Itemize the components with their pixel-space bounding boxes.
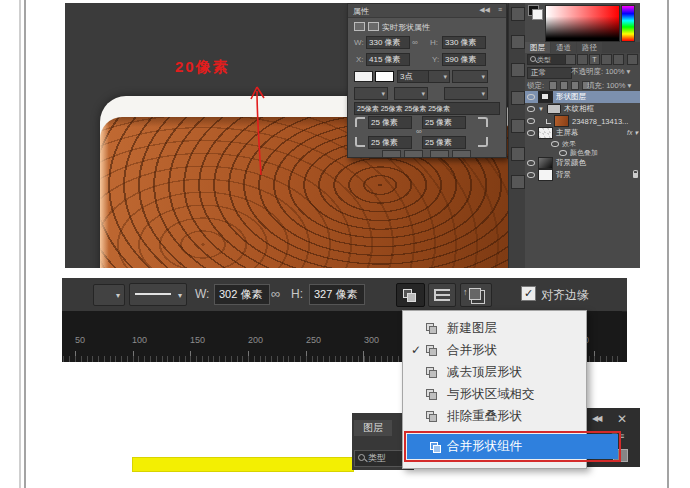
layer-row[interactable]: ▼ 效果 fx ▾: [525, 139, 640, 148]
filter-smartobject-icon[interactable]: [613, 54, 624, 65]
menu-item-label: 排除重叠形状: [447, 409, 522, 423]
layer-thumbnail[interactable]: [547, 104, 561, 114]
props-button-1[interactable]: [382, 150, 401, 158]
layer-thumbnail[interactable]: [538, 169, 553, 181]
path-alignment-button[interactable]: [428, 283, 456, 307]
filter-type-icon[interactable]: T: [589, 54, 600, 65]
shape-width-field[interactable]: 330 像素: [366, 36, 410, 49]
visibility-eye-icon[interactable]: [527, 172, 535, 178]
stroke-corners-dropdown[interactable]: ▾: [444, 87, 488, 100]
layer-name[interactable]: 234878_13413...: [572, 117, 628, 126]
stroke-width-field[interactable]: 3点: [397, 70, 429, 83]
radius-br-field[interactable]: 25 像素: [422, 136, 466, 149]
visibility-eye-icon[interactable]: [527, 94, 535, 100]
layer-thumbnail[interactable]: [538, 91, 553, 103]
layer-row[interactable]: ▼ 234878_13413... fx ▾: [525, 115, 640, 127]
collapse-panel-icon[interactable]: ◀◀: [592, 414, 600, 423]
layer-row[interactable]: ▼ 主屏幕 fx ▾: [525, 127, 640, 139]
filter-shape-icon[interactable]: [601, 54, 612, 65]
radius-summary-field[interactable]: 25像素 25像素 25像素 25像素: [354, 102, 500, 115]
layers-tab[interactable]: 图层: [354, 420, 392, 436]
stroke-type-dropdown[interactable]: ▾: [452, 70, 488, 83]
properties-panel: 属性 ◀◀ ≡ 实时形状属性 W: 330 像素 ∞ H: 330 像素 X: …: [347, 3, 507, 158]
layer-thumbnail[interactable]: [538, 127, 553, 139]
panel-collapse-icon[interactable]: ◀◀: [479, 6, 490, 14]
props-button-4[interactable]: [452, 150, 471, 158]
layer-name[interactable]: 主屏幕: [556, 128, 579, 138]
filter-toggle-icon[interactable]: [627, 54, 638, 65]
layer-row[interactable]: ▼ 形状图层 fx ▾: [525, 91, 640, 103]
visibility-eye-icon[interactable]: [527, 130, 535, 136]
solid-line-glyph: [135, 293, 171, 295]
close-panel-icon[interactable]: ✕: [617, 412, 627, 426]
menu-item[interactable]: ✓ 排除重叠形状: [403, 405, 586, 427]
opacity-control[interactable]: 不透明度: 100% ▾: [571, 67, 630, 77]
shape-height-field[interactable]: 330 像素: [442, 36, 486, 49]
visibility-eye-icon[interactable]: [527, 160, 535, 166]
tool-preset-dropdown[interactable]: ▾: [93, 284, 125, 306]
dock-icon-4[interactable]: [511, 91, 525, 105]
panel-menu-icon[interactable]: ≡: [498, 6, 502, 13]
stroke-style-dropdown[interactable]: ▾: [129, 283, 187, 306]
visibility-eye-icon[interactable]: [559, 150, 567, 156]
menu-item[interactable]: ✓ 合并形状: [403, 339, 586, 361]
layer-name[interactable]: 背景颜色: [556, 158, 586, 168]
menu-item[interactable]: ✓ 新建图层: [403, 317, 586, 339]
shape-height-input[interactable]: 327 像素: [309, 284, 365, 305]
layer-thumbnail[interactable]: [554, 115, 569, 127]
dock-icon-2[interactable]: [511, 35, 525, 49]
props-button-3[interactable]: [430, 150, 449, 158]
stroke-align-dropdown[interactable]: ▾: [354, 87, 388, 100]
layer-row[interactable]: ▼ 颜色叠加 fx ▾: [525, 148, 640, 157]
layer-name[interactable]: 背景: [556, 170, 571, 180]
dock-icon-3[interactable]: [511, 63, 525, 77]
link-dimensions-icon[interactable]: ∞: [271, 286, 280, 301]
layer-thumbnail[interactable]: [538, 157, 553, 169]
stroke-swatch[interactable]: [375, 71, 394, 82]
dock-icon-6[interactable]: [511, 147, 525, 161]
panel-tab[interactable]: 图层: [525, 42, 550, 53]
annotation-arrow: [243, 79, 277, 183]
stroke-caps-dropdown[interactable]: ▾: [394, 87, 428, 100]
fill-control[interactable]: 填充: 100% ▾: [587, 81, 631, 91]
layer-name[interactable]: 效果: [562, 139, 576, 148]
visibility-eye-icon[interactable]: [551, 141, 559, 147]
menu-item[interactable]: ✓ 合并形状组件: [407, 434, 618, 459]
path-operations-button[interactable]: [396, 283, 425, 307]
radius-bl-field[interactable]: 25 像素: [368, 136, 412, 149]
panel-tab[interactable]: 通道: [551, 42, 576, 53]
wh-link-icon[interactable]: ∞: [412, 38, 418, 47]
foreground-background-swatches[interactable]: [528, 5, 542, 19]
filter-pixel-icon[interactable]: [565, 54, 576, 65]
hue-slider[interactable]: [621, 5, 635, 42]
panel-tab[interactable]: 路径: [577, 42, 602, 53]
dock-icon-1[interactable]: [511, 7, 525, 21]
layer-name[interactable]: 木纹相框: [564, 104, 594, 114]
color-picker-gradient[interactable]: [545, 5, 620, 42]
align-edges-checkbox[interactable]: ✓: [521, 286, 536, 301]
shape-y-field[interactable]: 390 像素: [442, 53, 486, 66]
path-arrangement-button[interactable]: ↑: [460, 283, 492, 307]
layer-row[interactable]: ▼ 背景颜色 fx ▾: [525, 157, 640, 169]
fill-swatch[interactable]: [354, 71, 373, 82]
filter-adjustment-icon[interactable]: [577, 54, 588, 65]
shape-x-field[interactable]: 415 像素: [366, 53, 410, 66]
lock-icons[interactable]: [549, 81, 590, 90]
layer-row[interactable]: ▼ 木纹相框 fx ▾: [525, 103, 640, 115]
menu-item[interactable]: ✓ 减去顶层形状: [403, 361, 586, 383]
layer-name[interactable]: 颜色叠加: [570, 148, 598, 157]
visibility-eye-icon[interactable]: [527, 106, 535, 112]
expand-group-icon[interactable]: ▼: [538, 106, 544, 112]
props-button-2[interactable]: [404, 150, 423, 158]
blend-mode-select[interactable]: 正常: [527, 67, 572, 79]
dock-icon-7[interactable]: [511, 175, 525, 189]
stroke-width-caret[interactable]: ▾: [428, 70, 450, 83]
visibility-eye-icon[interactable]: [527, 118, 535, 124]
layer-fx-badge[interactable]: fx ▾: [627, 129, 638, 137]
layer-name[interactable]: 形状图层: [556, 92, 586, 102]
menu-item[interactable]: ✓ 与形状区域相交: [403, 383, 586, 405]
shape-width-input[interactable]: 302 像素: [214, 284, 270, 305]
dock-icon-5[interactable]: [511, 119, 525, 133]
layer-row[interactable]: ▼ 背景 fx ▾: [525, 169, 640, 181]
path-operations-menu: ✓ 新建图层 ✓ 合并形状 ✓ 减去顶层形状 ✓ 与形状区域相交: [402, 310, 587, 469]
